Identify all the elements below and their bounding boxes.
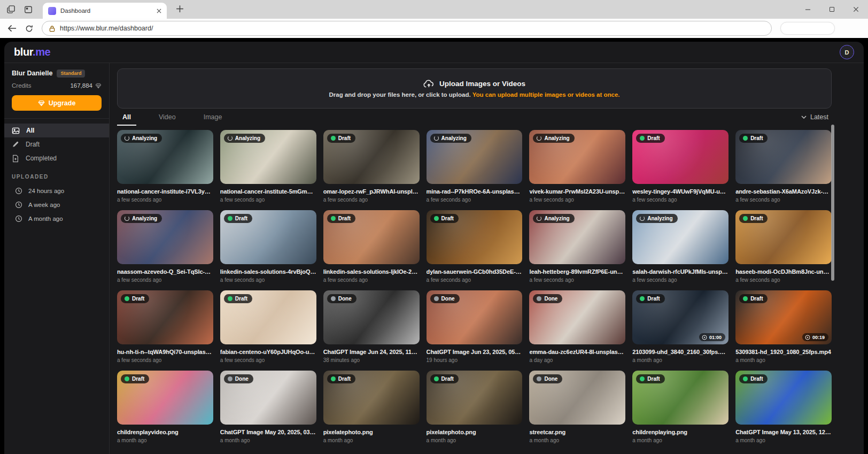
media-thumbnail[interactable]: Analyzing — [117, 210, 213, 264]
media-card[interactable]: Draft ChatGPT Image May 13, 2025, 12_46_… — [735, 371, 832, 443]
media-thumbnail[interactable]: Draft — [323, 371, 420, 425]
status-indicator-icon — [640, 376, 645, 381]
clock-icon — [15, 187, 22, 195]
media-thumbnail[interactable]: Done — [427, 290, 523, 344]
media-thumbnail[interactable]: Draft — [632, 130, 728, 184]
media-card[interactable]: Draft linkedin-sales-solutions-4rvBjoQWE… — [220, 210, 316, 283]
media-thumbnail[interactable]: Analyzing — [529, 210, 625, 264]
media-card[interactable]: Draft omar-lopez-rwF_pJRWhAI-unsplash.jp… — [323, 130, 420, 203]
user-name: Blur Danielle — [12, 70, 52, 77]
media-thumbnail[interactable]: Analyzing — [632, 210, 728, 264]
media-thumbnail[interactable]: Done — [529, 371, 625, 425]
sidebar-nav-item[interactable]: All — [4, 124, 109, 137]
media-thumbnail[interactable]: Draft 00:19 — [735, 290, 832, 344]
media-thumbnail[interactable]: Analyzing — [220, 130, 316, 184]
media-thumbnail[interactable]: Done — [529, 290, 625, 344]
media-card[interactable]: Draft andre-sebastian-X6aMAzoVJzk-unspla… — [735, 130, 832, 203]
file-name: naassom-azevedo-Q_Sei-TqSlc-unsplash... — [117, 268, 213, 275]
url-input[interactable]: https://www.blur.me/dashboard/ — [42, 21, 772, 36]
window-maximize-button[interactable] — [820, 0, 844, 19]
tab-search-icon[interactable] — [24, 5, 33, 14]
status-label: Done — [544, 296, 557, 302]
workspaces-icon[interactable] — [6, 5, 15, 14]
tab-close-icon[interactable] — [157, 9, 161, 13]
filter-tab[interactable]: Video — [153, 113, 181, 126]
media-card[interactable]: Analyzing vivek-kumar-PrwMsl2A23U-unspla… — [529, 130, 625, 203]
reload-button[interactable] — [25, 25, 33, 33]
media-card[interactable]: Draft childrenplaying.png a month ago — [632, 371, 728, 443]
media-thumbnail[interactable]: Draft — [117, 371, 213, 425]
media-card[interactable]: Analyzing leah-hetteberg-89lvmRZfP6E-uns… — [529, 210, 625, 283]
media-card[interactable]: Analyzing mina-rad--P7kHROe-6A-unsplash … — [427, 130, 523, 203]
media-card[interactable]: Draft 00:19 5309381-hd_1920_1080_25fps.m… — [735, 290, 832, 363]
media-thumbnail[interactable]: Analyzing — [117, 130, 213, 184]
media-card[interactable]: Draft childrenplayvideo.png a month ago — [117, 371, 213, 443]
media-thumbnail[interactable]: Draft — [427, 210, 523, 264]
upload-time: a month ago — [427, 437, 523, 443]
media-card[interactable]: Draft haseeb-modi-OcDJhBm8Jnc-unsplash.j… — [735, 210, 832, 283]
sidebar-nav-item[interactable]: Draft — [4, 137, 109, 151]
media-card[interactable]: Analyzing national-cancer-institute-i7VL… — [117, 130, 213, 203]
uploaded-filter-item[interactable]: 24 hours ago — [4, 184, 109, 198]
media-thumbnail[interactable]: Draft — [220, 210, 316, 264]
media-thumbnail[interactable]: Draft — [220, 290, 316, 344]
media-thumbnail[interactable]: Analyzing — [427, 130, 523, 184]
app-logo[interactable]: blur.me — [14, 46, 50, 58]
media-card[interactable]: Done ChatGPT Image May 20, 2025, 03_42_0… — [220, 371, 316, 443]
plan-badge: Standard — [57, 70, 85, 78]
media-card[interactable]: Draft wesley-tingey-4WUwF9jVqMU-unsplash… — [632, 130, 728, 203]
media-thumbnail[interactable]: Draft — [632, 371, 728, 425]
upgrade-button[interactable]: Upgrade — [12, 95, 102, 111]
filter-tab[interactable]: All — [117, 113, 136, 126]
media-thumbnail[interactable]: Draft — [735, 371, 832, 425]
media-card[interactable]: Done ChatGPT Image Jun 24, 2025, 11_55_4… — [323, 290, 420, 363]
window-close-button[interactable] — [844, 0, 868, 19]
back-button[interactable] — [7, 25, 17, 32]
uploaded-filter-item[interactable]: A week ago — [4, 198, 109, 212]
media-card[interactable]: Analyzing naassom-azevedo-Q_Sei-TqSlc-un… — [117, 210, 213, 283]
media-card[interactable]: Draft pixelatephoto.png a month ago — [427, 371, 523, 443]
media-card[interactable]: Done emma-dau-zc6ezUR4-8I-unsplash.jpg a… — [529, 290, 625, 363]
media-thumbnail[interactable]: Draft — [735, 210, 832, 264]
media-card[interactable]: Done ChatGPT Image Jun 23, 2025, 05_13_0… — [427, 290, 523, 363]
media-thumbnail[interactable]: Analyzing — [529, 130, 625, 184]
media-thumbnail[interactable]: Draft — [117, 290, 213, 344]
media-thumbnail[interactable]: Draft 01:00 — [632, 290, 728, 344]
media-card[interactable]: Analyzing national-cancer-institute-5mGm… — [220, 130, 316, 203]
browser-tab-dashboard[interactable]: Dashboard — [43, 3, 167, 19]
window-minimize-button[interactable] — [796, 0, 820, 19]
sidebar-nav-label: Completed — [26, 155, 57, 162]
media-thumbnail[interactable]: Draft — [735, 130, 832, 184]
media-card[interactable]: Draft pixelatephoto.png a month ago — [323, 371, 420, 443]
uploaded-filter-item[interactable]: A month ago — [4, 212, 109, 226]
media-card[interactable]: Draft linkedin-sales-solutions-ljkIOe-2f… — [323, 210, 420, 283]
media-card[interactable]: Draft 01:00 2103099-uhd_3840_2160_30fps.… — [632, 290, 728, 363]
new-tab-button[interactable] — [175, 4, 184, 13]
user-avatar[interactable]: D — [840, 45, 854, 59]
media-thumbnail[interactable]: Done — [220, 371, 316, 425]
status-indicator-icon — [743, 216, 748, 221]
media-card[interactable]: Analyzing salah-darwish-rfcUPkJfMIs-unsp… — [632, 210, 728, 283]
status-label: Draft — [750, 376, 763, 382]
media-thumbnail[interactable]: Draft — [323, 130, 420, 184]
file-name: omar-lopez-rwF_pJRWhAI-unsplash.jpg — [323, 188, 420, 195]
sidebar-nav-item[interactable]: Completed — [4, 151, 109, 165]
media-thumbnail[interactable]: Draft — [427, 371, 523, 425]
sort-dropdown[interactable]: Latest — [801, 113, 828, 121]
app-header: blur.me D — [4, 42, 864, 63]
filter-tabs: AllVideoImage — [117, 113, 244, 126]
play-icon — [805, 335, 810, 340]
media-card[interactable]: Draft hu-nh-ti-n--tqWA9hQi70-unsplash.jp… — [117, 290, 213, 363]
status-label: Draft — [338, 216, 351, 221]
file-name: haseeb-modi-OcDJhBm8Jnc-unsplash.jpg — [735, 268, 832, 275]
grid-scrollbar-thumb[interactable] — [831, 125, 834, 281]
media-thumbnail[interactable]: Done — [323, 290, 420, 344]
media-card[interactable]: Draft fabian-centeno-uY60pJUHqOo-unsplas… — [220, 290, 316, 363]
toolbar-right-widget[interactable] — [780, 22, 835, 35]
media-card[interactable]: Draft dylan-sauerwein-GCb0hd35DeE-unspla… — [427, 210, 523, 283]
media-card[interactable]: Done streetcar.png a month ago — [529, 371, 625, 443]
media-thumbnail[interactable]: Draft — [323, 210, 420, 264]
filter-tab[interactable]: Image — [198, 113, 228, 126]
upload-dropzone[interactable]: Upload Images or Videos Drag and drop yo… — [117, 68, 832, 109]
status-badge: Done — [224, 374, 253, 383]
